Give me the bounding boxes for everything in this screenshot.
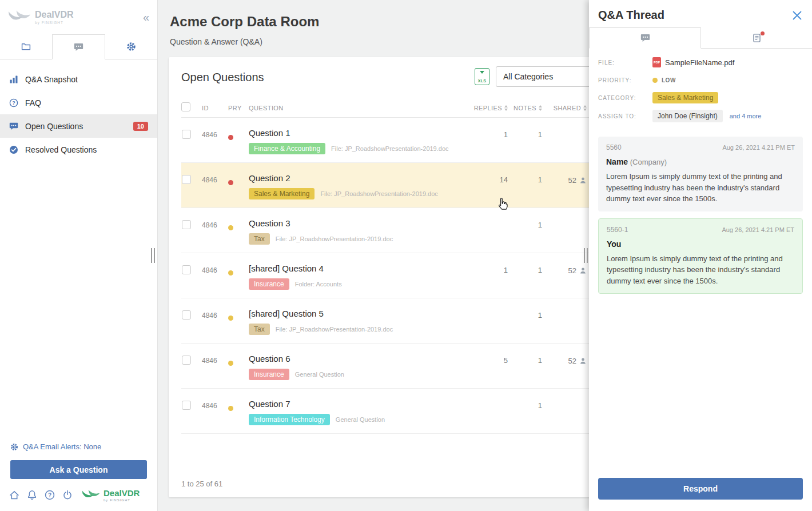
- message-id: 5560-1: [607, 226, 628, 234]
- question-meta: File: JP_RoadshowPresentation-2019.doc: [276, 326, 393, 333]
- question-title[interactable]: Question 2: [249, 173, 473, 183]
- thread-tab-notes[interactable]: [701, 27, 812, 48]
- priority-dot: [228, 135, 233, 140]
- pagination-label: 1 to 25 of 61: [181, 480, 222, 488]
- row-checkbox[interactable]: [182, 401, 191, 410]
- sidebar-item-resolved-questions[interactable]: Resolved Questions: [0, 138, 157, 161]
- tab-documents[interactable]: [0, 34, 52, 59]
- sidebar-item-q-a-snapshot[interactable]: Q&A Snapshot: [0, 67, 157, 91]
- notes-count: 1: [508, 344, 542, 388]
- brand-subtitle: by FINSIGHT: [35, 21, 74, 25]
- xls-label: XLS: [478, 79, 487, 83]
- row-checkbox[interactable]: [182, 310, 191, 320]
- bell-icon[interactable]: [27, 490, 37, 500]
- question-meta: General Question: [295, 371, 344, 378]
- replies-count: 1: [473, 118, 508, 162]
- category-tag: Insurance: [249, 369, 289, 380]
- column-notes-label: NOTES: [514, 105, 536, 111]
- question-title[interactable]: Question 6: [249, 354, 473, 364]
- priority-dot: [228, 316, 233, 321]
- sidebar-bottom: Q&A Email Alerts: None Ask a Question: [0, 442, 157, 479]
- message-timestamp: Aug 26, 2021 4.21 PM ET: [722, 226, 794, 233]
- column-notes[interactable]: NOTES: [508, 105, 542, 111]
- replies-count: 1: [473, 253, 508, 298]
- file-name[interactable]: SampleFileName.pdf: [665, 58, 734, 67]
- question-meta: General Question: [336, 416, 385, 423]
- message-text: Lorem Ipsum is simply dummy text of the …: [606, 171, 795, 205]
- question-meta: File: JP_RoadshowPresentation-2019.doc: [331, 145, 448, 152]
- priority-dot: [228, 361, 233, 366]
- collapse-sidebar-icon[interactable]: «: [143, 11, 149, 23]
- power-icon[interactable]: [62, 490, 73, 500]
- chat-icon: [9, 122, 18, 131]
- column-pry[interactable]: PRY: [228, 105, 249, 111]
- thread-header: Q&A Thread: [589, 0, 812, 27]
- check-circle-icon: [9, 145, 18, 154]
- priority-dot: [228, 180, 233, 185]
- question-title[interactable]: Question 3: [249, 218, 473, 228]
- person-icon: [579, 267, 587, 274]
- question-circle-icon: [9, 98, 18, 107]
- sidebar-item-open-questions[interactable]: Open Questions 10: [0, 114, 157, 138]
- shared-count: 52: [542, 344, 587, 388]
- question-meta: File: JP_RoadshowPresentation-2019.doc: [276, 235, 393, 242]
- footer-brand-name: DealVDR: [104, 488, 140, 498]
- download-arrow-icon: [480, 71, 484, 74]
- qa-email-alerts-label: Q&A Email Alerts: None: [23, 442, 101, 451]
- footer-brand-subtitle: by FINSIGHT: [104, 498, 140, 502]
- question-id: 4846: [202, 298, 228, 343]
- question-circle-icon[interactable]: [45, 490, 55, 500]
- home-icon[interactable]: [9, 490, 19, 500]
- notes-count: 1: [508, 163, 542, 207]
- question-title[interactable]: Question 1: [249, 128, 473, 138]
- panel-resize-handle[interactable]: [584, 248, 588, 263]
- category-tag: Tax: [249, 233, 270, 245]
- row-checkbox[interactable]: [182, 356, 191, 365]
- tab-qa[interactable]: [52, 34, 105, 59]
- row-checkbox[interactable]: [182, 220, 191, 229]
- column-shared[interactable]: SHARED: [542, 105, 587, 111]
- priority-value: LOW: [662, 77, 676, 83]
- export-xls-icon[interactable]: XLS: [475, 68, 489, 85]
- row-checkbox[interactable]: [182, 265, 191, 274]
- column-replies[interactable]: REPLIES: [473, 105, 508, 111]
- thread-message: 5560-1 Aug 26, 2021 4.21 PM ET You Lorem…: [598, 218, 803, 294]
- tab-settings[interactable]: [105, 34, 157, 59]
- sidebar-item-faq[interactable]: FAQ: [0, 91, 157, 114]
- message-author: You: [607, 239, 621, 249]
- sidebar-resize-handle[interactable]: [151, 248, 155, 263]
- replies-count: 5: [473, 344, 508, 388]
- sort-icon: [583, 105, 587, 111]
- message-timestamp: Aug 26, 2021 4.21 PM ET: [722, 144, 795, 151]
- row-checkbox[interactable]: [182, 130, 191, 139]
- footer-logo: DealVDR by FINSIGHT: [82, 488, 140, 502]
- select-all-checkbox[interactable]: [181, 102, 190, 111]
- assignee-tag: John Doe (Finsight): [652, 110, 723, 122]
- notes-count: 1: [508, 298, 542, 343]
- respond-button[interactable]: Respond: [598, 478, 803, 500]
- chat-icon: [640, 33, 650, 43]
- column-question[interactable]: QUESTION: [249, 105, 473, 111]
- thread-message: 5560 Aug 26, 2021 4.21 PM ET Name (Compa…: [598, 137, 803, 211]
- question-title[interactable]: Question 7: [249, 399, 473, 409]
- close-icon[interactable]: [791, 10, 803, 21]
- qa-email-alerts[interactable]: Q&A Email Alerts: None: [10, 442, 147, 451]
- replies-count: [473, 389, 508, 433]
- gear-icon: [10, 443, 18, 451]
- dealvdr-logo-icon: [8, 10, 31, 24]
- priority-label: PRIORITY:: [598, 77, 652, 83]
- question-title[interactable]: [shared] Question 5: [249, 309, 473, 318]
- ask-a-question-button[interactable]: Ask a Question: [10, 460, 147, 479]
- message-author: Name: [606, 157, 628, 166]
- shared-count: 52: [542, 163, 587, 207]
- message-text: Lorem Ipsum is simply dummy text of the …: [607, 253, 794, 287]
- assignees-more-link[interactable]: and 4 more: [730, 113, 762, 119]
- column-id[interactable]: ID: [202, 105, 228, 111]
- thread-tab-messages[interactable]: [589, 27, 701, 49]
- card-title: Open Questions: [181, 71, 264, 84]
- notes-count: 1: [508, 389, 542, 433]
- row-checkbox[interactable]: [182, 175, 191, 184]
- question-title[interactable]: [shared] Question 4: [249, 264, 473, 273]
- sidebar-tabs: [0, 34, 157, 59]
- category-tag: Information Technology: [249, 414, 330, 425]
